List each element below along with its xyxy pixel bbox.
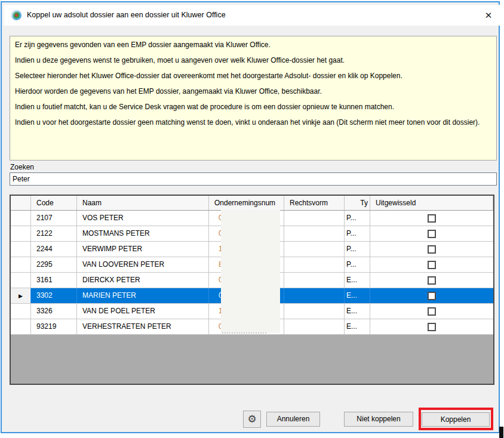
dialog-window: Koppel uw adsolut dossier aan een dossie… xyxy=(1,1,500,433)
koppelen-button[interactable]: Koppelen xyxy=(422,412,490,427)
cell-code: 93219 xyxy=(31,319,77,334)
cell-code: 2295 xyxy=(31,257,77,272)
header-code[interactable]: Code xyxy=(31,196,77,210)
cell-type: P... xyxy=(345,242,370,257)
cell-rechtsvorm xyxy=(284,211,345,226)
cell-naam: VERWIMP PETER xyxy=(77,242,209,257)
cell-code: 2122 xyxy=(31,226,77,241)
cell-rechtsvorm xyxy=(284,288,345,303)
cell-rechtsvorm xyxy=(284,273,345,288)
cell-type: P... xyxy=(345,211,370,226)
cell-uitgewisseld xyxy=(370,304,493,319)
info-paragraph: Indien u foutief matcht, kan u de Servic… xyxy=(15,102,491,112)
cell-naam: VAN LOOVEREN PETER xyxy=(77,257,209,272)
cell-code: 3161 xyxy=(31,273,77,288)
app-icon xyxy=(11,10,21,20)
cell-code: 2244 xyxy=(31,242,77,257)
cell-uitgewisseld xyxy=(370,211,493,226)
cell-rechtsvorm xyxy=(284,242,345,257)
row-selector-cell[interactable] xyxy=(11,242,31,257)
uitgewisseld-checkbox[interactable] xyxy=(428,230,436,238)
cell-type: E... xyxy=(345,304,370,319)
cell-code: 3326 xyxy=(31,304,77,319)
uitgewisseld-checkbox[interactable] xyxy=(428,307,436,316)
row-selector-cell[interactable] xyxy=(11,226,31,241)
cell-code: 3302 xyxy=(31,288,77,303)
cell-naam: VAN DE POEL PETER xyxy=(77,304,209,319)
row-selector-cell[interactable] xyxy=(11,257,31,272)
cell-naam: VERHESTRAETEN PETER xyxy=(77,319,209,334)
header-uitgewisseld[interactable]: Uitgewisseld xyxy=(370,196,493,210)
uitgewisseld-checkbox[interactable] xyxy=(428,245,436,254)
cell-code: 2107 xyxy=(31,211,77,226)
dossier-table: Code Naam Ondernemingsnum Rechtsvorm Ty … xyxy=(10,195,494,385)
cell-uitgewisseld xyxy=(370,319,493,334)
current-row-arrow-icon: ▶ xyxy=(19,293,23,299)
info-paragraph: Hierdoor worden de gegevens van het EMP … xyxy=(15,87,491,96)
info-paragraph: Indien u voor het doorgestarte dossier g… xyxy=(15,118,491,127)
annuleren-button[interactable]: Annuleren xyxy=(266,412,320,427)
cell-rechtsvorm xyxy=(284,304,345,319)
cell-naam: DIERCKX PETER xyxy=(77,273,209,288)
table-header-row: Code Naam Ondernemingsnum Rechtsvorm Ty … xyxy=(11,196,493,211)
cell-uitgewisseld xyxy=(370,257,493,272)
uitgewisseld-checkbox[interactable] xyxy=(428,292,436,300)
cell-uitgewisseld xyxy=(370,288,493,303)
cell-type: P... xyxy=(345,226,370,241)
cell-rechtsvorm xyxy=(284,257,345,272)
cell-type: E... xyxy=(345,288,370,303)
info-message-box: Er zijn gegevens gevonden van een EMP do… xyxy=(10,36,497,161)
row-selector-cell[interactable] xyxy=(11,319,31,334)
screenshot-stage: Koppel uw adsolut dossier aan een dossie… xyxy=(0,0,504,438)
row-selector-cell[interactable] xyxy=(11,211,31,226)
cell-uitgewisseld xyxy=(370,273,493,288)
niet-koppelen-button[interactable]: Niet koppelen xyxy=(344,412,413,427)
cell-naam: MARIEN PETER xyxy=(77,288,209,303)
cell-rechtsvorm xyxy=(284,226,345,241)
uitgewisseld-checkbox[interactable] xyxy=(428,214,436,223)
uitgewisseld-checkbox[interactable] xyxy=(428,276,436,285)
cursor-artifact xyxy=(499,427,503,438)
redaction-overlay xyxy=(221,210,280,333)
header-ondernemingsnummer[interactable]: Ondernemingsnum xyxy=(209,196,284,210)
cell-rechtsvorm xyxy=(284,319,345,334)
header-rechtsvorm[interactable]: Rechtsvorm xyxy=(284,196,345,210)
cell-naam: VOS PETER xyxy=(77,211,209,226)
redacted-text-remnant xyxy=(222,332,266,335)
row-selector-cell[interactable] xyxy=(11,304,31,319)
row-selector-cell[interactable]: ▶ xyxy=(11,288,31,303)
cell-naam: MOSTMANS PETER xyxy=(77,226,209,241)
header-type[interactable]: Ty xyxy=(345,196,370,210)
cell-type: P... xyxy=(345,257,370,272)
window-title: Koppel uw adsolut dossier aan een dossie… xyxy=(27,5,226,26)
info-paragraph: Selecteer hieronder het Kluwer Office-do… xyxy=(15,71,491,81)
uitgewisseld-checkbox[interactable] xyxy=(428,261,436,269)
cell-uitgewisseld xyxy=(370,242,493,257)
search-input[interactable] xyxy=(10,172,497,186)
cell-uitgewisseld xyxy=(370,226,493,241)
header-selector xyxy=(11,196,31,210)
header-naam[interactable]: Naam xyxy=(77,196,209,210)
uitgewisseld-checkbox[interactable] xyxy=(428,323,436,331)
search-label: Zoeken xyxy=(10,163,34,171)
close-icon[interactable]: ✕ xyxy=(481,8,496,23)
info-paragraph: Indien u deze gegevens wenst te gebruike… xyxy=(15,55,491,65)
title-bar: Koppel uw adsolut dossier aan een dossie… xyxy=(4,5,500,26)
cell-type: E... xyxy=(345,319,370,334)
cell-type: E... xyxy=(345,273,370,288)
row-selector-cell[interactable] xyxy=(11,273,31,288)
info-paragraph: Er zijn gegevens gevonden van een EMP do… xyxy=(15,40,491,50)
settings-gear-button[interactable]: ⚙ xyxy=(243,411,261,428)
